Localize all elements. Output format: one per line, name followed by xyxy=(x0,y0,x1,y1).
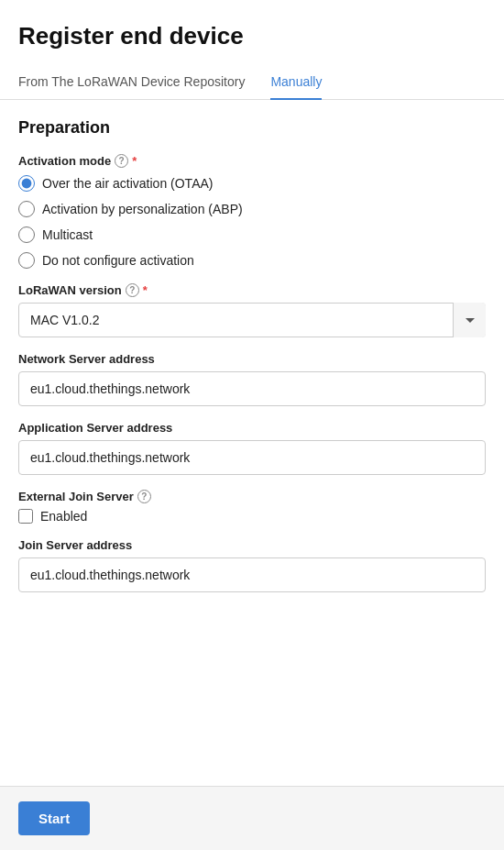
join-server-address-group: Join Server address xyxy=(18,538,486,592)
activation-mode-label: Activation mode ? * xyxy=(18,154,486,168)
tab-bar: From The LoRaWAN Device Repository Manua… xyxy=(0,65,504,100)
external-join-server-enabled-row: Enabled xyxy=(18,509,486,524)
join-server-address-label: Join Server address xyxy=(18,538,486,552)
lorawan-version-select-wrapper: MAC V1.0.2 MAC V1.0.3 MAC V1.1 xyxy=(18,303,486,337)
lorawan-version-select[interactable]: MAC V1.0.2 MAC V1.0.3 MAC V1.1 xyxy=(18,303,486,337)
lorawan-version-required: * xyxy=(143,283,148,297)
application-server-address-group: Application Server address xyxy=(18,421,486,475)
radio-no-configure-input[interactable] xyxy=(18,252,35,269)
section-title-preparation: Preparation xyxy=(18,118,486,138)
network-server-address-input[interactable] xyxy=(18,371,486,406)
radio-multicast[interactable]: Multicast xyxy=(18,226,486,243)
radio-otaa-label: Over the air activation (OTAA) xyxy=(42,176,213,191)
application-server-address-label: Application Server address xyxy=(18,421,486,435)
lorawan-version-label: LoRaWAN version ? * xyxy=(18,283,486,297)
page-title: Register end device xyxy=(18,22,486,50)
radio-no-configure[interactable]: Do not configure activation xyxy=(18,252,486,269)
network-server-address-group: Network Server address xyxy=(18,352,486,406)
join-server-address-input[interactable] xyxy=(18,557,486,592)
radio-abp[interactable]: Activation by personalization (ABP) xyxy=(18,201,486,217)
activation-mode-group: Activation mode ? * Over the air activat… xyxy=(18,154,486,269)
activation-mode-help-icon[interactable]: ? xyxy=(115,154,128,168)
radio-multicast-label: Multicast xyxy=(42,227,93,242)
application-server-address-input[interactable] xyxy=(18,440,486,475)
footer-bar: Start xyxy=(0,786,504,850)
radio-otaa-input[interactable] xyxy=(18,175,35,192)
lorawan-version-group: LoRaWAN version ? * MAC V1.0.2 MAC V1.0.… xyxy=(18,283,486,337)
activation-mode-radio-group: Over the air activation (OTAA) Activatio… xyxy=(18,175,486,269)
external-join-server-group: External Join Server ? Enabled xyxy=(18,490,486,524)
radio-abp-input[interactable] xyxy=(18,201,35,217)
external-join-server-label: External Join Server ? xyxy=(18,490,486,503)
network-server-address-label: Network Server address xyxy=(18,352,486,366)
radio-multicast-input[interactable] xyxy=(18,226,35,243)
tab-lorawan-repo[interactable]: From The LoRaWAN Device Repository xyxy=(18,65,245,100)
radio-no-configure-label: Do not configure activation xyxy=(42,253,194,268)
external-join-server-help-icon[interactable]: ? xyxy=(137,490,151,503)
radio-abp-label: Activation by personalization (ABP) xyxy=(42,202,243,216)
start-button[interactable]: Start xyxy=(18,801,90,835)
form-content: Preparation Activation mode ? * Over the… xyxy=(0,118,504,625)
tab-manually[interactable]: Manually xyxy=(270,65,322,100)
radio-otaa[interactable]: Over the air activation (OTAA) xyxy=(18,175,486,192)
activation-mode-required: * xyxy=(132,154,137,168)
lorawan-version-help-icon[interactable]: ? xyxy=(126,283,139,297)
external-join-server-checkbox[interactable] xyxy=(18,509,33,524)
external-join-server-enabled-label: Enabled xyxy=(40,509,87,524)
